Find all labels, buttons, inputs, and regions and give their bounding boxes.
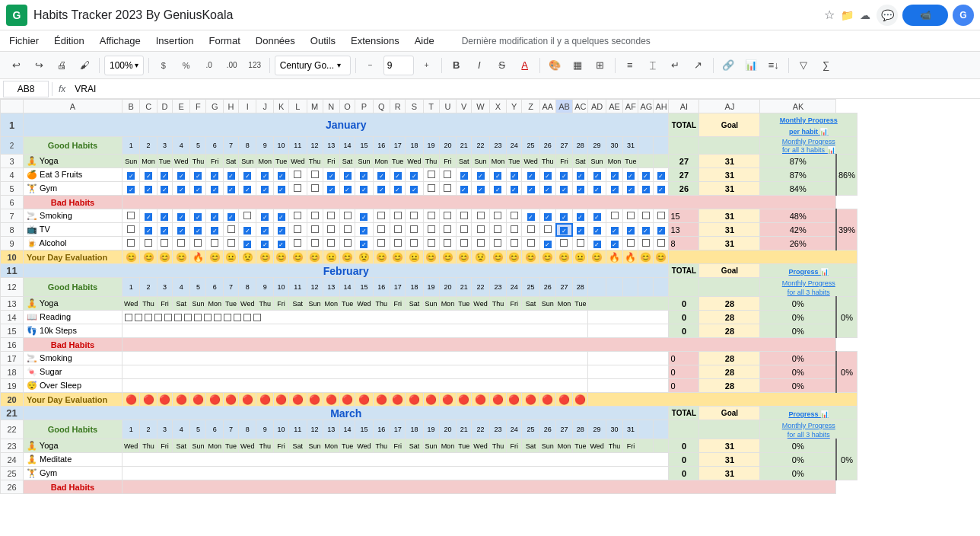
decimal-down-btn[interactable]: .0 xyxy=(199,56,219,75)
jan-bad-monthly-all: 39% xyxy=(836,209,858,250)
fill-color-btn[interactable]: 🎨 xyxy=(545,56,565,75)
jan-progress-header: Monthly Progressper habit 📊 xyxy=(760,113,858,137)
formula-input[interactable] xyxy=(72,81,977,97)
filter-btn[interactable]: ▽ xyxy=(794,56,813,75)
col-T-header[interactable]: T xyxy=(423,100,439,113)
font-size-up[interactable]: + xyxy=(417,56,437,75)
col-AD-header[interactable]: AD xyxy=(588,100,606,113)
menu-format[interactable]: Format xyxy=(206,34,243,48)
folder-icon[interactable]: 📁 xyxy=(841,9,854,21)
valign-btn[interactable]: ⌶ xyxy=(643,56,663,75)
mar-bad-habits-header-row: 26 Bad Habits xyxy=(1,480,858,494)
jan-tv-row: 8 📺 TV ✓ ✓ ✓ ✓ ✓ ✓ ✓ ✓ ✓ xyxy=(1,223,858,237)
currency-btn[interactable]: $ xyxy=(154,56,173,75)
font-color-btn[interactable]: A xyxy=(515,56,535,75)
sheet-container[interactable]: A B C D E F G H I J K L M N O P Q R S T … xyxy=(0,99,980,536)
col-E-header[interactable]: E xyxy=(173,100,190,113)
sep3 xyxy=(269,58,270,73)
col-K-header[interactable]: K xyxy=(273,100,288,113)
col-AE-header[interactable]: AE xyxy=(606,100,623,113)
col-A-header[interactable]: A xyxy=(24,100,123,113)
col-S-header[interactable]: S xyxy=(406,100,423,113)
chart-btn[interactable]: 📊 xyxy=(741,56,761,75)
col-AB-header[interactable]: AB xyxy=(555,100,573,113)
mar-gym-row: 25 🏋 Gym 0 31 0% xyxy=(1,467,858,480)
col-N-header[interactable]: N xyxy=(323,100,340,113)
col-AA-header[interactable]: AA xyxy=(539,100,555,113)
col-Y-header[interactable]: Y xyxy=(507,100,522,113)
col-B-header[interactable]: B xyxy=(123,100,140,113)
menu-outils[interactable]: Outils xyxy=(307,34,339,48)
italic-btn[interactable]: I xyxy=(469,56,489,75)
redo-btn[interactable]: ↪ xyxy=(29,56,49,75)
menu-edition[interactable]: Édition xyxy=(51,34,88,48)
col-P-header[interactable]: P xyxy=(355,100,373,113)
halign-btn[interactable]: ≡ xyxy=(620,56,640,75)
col-H-header[interactable]: H xyxy=(223,100,238,113)
comments-btn[interactable]: 💬 xyxy=(877,5,898,26)
font-selector[interactable]: Century Go... ▾ xyxy=(275,56,351,75)
col-F-header[interactable]: F xyxy=(190,100,206,113)
menu-donnees[interactable]: Données xyxy=(253,34,298,48)
col-X-header[interactable]: X xyxy=(489,100,507,113)
sep7 xyxy=(615,58,616,73)
col-J-header[interactable]: J xyxy=(256,100,274,113)
col-W-header[interactable]: W xyxy=(472,100,489,113)
strikethrough-btn[interactable]: S xyxy=(492,56,512,75)
menu-affichage[interactable]: Affichage xyxy=(97,34,144,48)
col-D-header[interactable]: D xyxy=(157,100,172,113)
bad-habits-label-jan: Bad Habits xyxy=(24,196,123,209)
col-AG-header[interactable]: AG xyxy=(638,100,654,113)
col-M-header[interactable]: M xyxy=(307,100,323,113)
paint-format-btn[interactable]: 🖌 xyxy=(75,56,94,75)
menu-insertion[interactable]: Insertion xyxy=(153,34,197,48)
account-btn[interactable]: G xyxy=(953,5,974,26)
print-btn[interactable]: 🖨 xyxy=(52,56,72,75)
col-AJ-header[interactable]: AJ xyxy=(699,100,760,113)
col-AK-header[interactable]: AK xyxy=(760,100,836,113)
decimal-up-btn[interactable]: .00 xyxy=(222,56,242,75)
bold-btn[interactable]: B xyxy=(447,56,466,75)
toolbar: ↩ ↪ 🖨 🖌 100% ▾ $ % .0 .00 123 Century Go… xyxy=(0,52,980,79)
jan-smoking-row: 7 🚬 Smoking ✓ ✓ ✓ ✓ ✓ ✓ ✓ ✓ ✓ xyxy=(1,209,858,223)
cloud-icon[interactable]: ☁ xyxy=(860,9,870,21)
selected-cell-ab8[interactable]: ✓ xyxy=(555,223,573,237)
fx-label: fx xyxy=(56,84,68,94)
col-I-header[interactable]: I xyxy=(239,100,256,113)
col-V-header[interactable]: V xyxy=(457,100,472,113)
col-C-header[interactable]: C xyxy=(140,100,158,113)
percent-btn[interactable]: % xyxy=(177,56,196,75)
menu-fichier[interactable]: Fichier xyxy=(6,34,42,48)
menu-extensions[interactable]: Extensions xyxy=(348,34,402,48)
col-Z-header[interactable]: Z xyxy=(522,100,539,113)
col-AH-header[interactable]: AH xyxy=(654,100,669,113)
undo-btn[interactable]: ↩ xyxy=(6,56,26,75)
star-icon[interactable]: ☆ xyxy=(824,8,835,22)
video-btn[interactable]: 📹 xyxy=(902,5,948,26)
yoga-jan-total: 27 xyxy=(669,155,699,168)
font-size-down[interactable]: − xyxy=(361,56,380,75)
link-btn[interactable]: 🔗 xyxy=(718,56,738,75)
merge-btn[interactable]: ⊞ xyxy=(590,56,610,75)
jan-alcohol-row: 9 🍺 Alcohol ✓ ✓ ✓ ✓ xyxy=(1,237,858,250)
col-O-header[interactable]: O xyxy=(340,100,355,113)
borders-btn[interactable]: ▦ xyxy=(568,56,587,75)
good-habits-label-jan: Good Habits xyxy=(24,137,123,155)
filter-btn2[interactable]: ≡↓ xyxy=(764,56,784,75)
zoom-selector[interactable]: 100% ▾ xyxy=(104,56,144,75)
col-U-header[interactable]: U xyxy=(439,100,457,113)
formula-btn[interactable]: ∑ xyxy=(816,56,836,75)
font-size[interactable]: 9 xyxy=(383,56,414,75)
col-Q-header[interactable]: Q xyxy=(373,100,390,113)
format-number-btn[interactable]: 123 xyxy=(245,56,265,75)
col-AC-header[interactable]: AC xyxy=(573,100,588,113)
col-AI-header[interactable]: AI xyxy=(669,100,699,113)
menu-aide[interactable]: Aide xyxy=(412,34,438,48)
cell-reference[interactable] xyxy=(3,81,49,97)
col-R-header[interactable]: R xyxy=(390,100,406,113)
rotate-btn[interactable]: ↗ xyxy=(689,56,708,75)
col-G-header[interactable]: G xyxy=(206,100,224,113)
col-L-header[interactable]: L xyxy=(289,100,307,113)
col-AF-header[interactable]: AF xyxy=(623,100,638,113)
wrap-btn[interactable]: ↵ xyxy=(666,56,686,75)
